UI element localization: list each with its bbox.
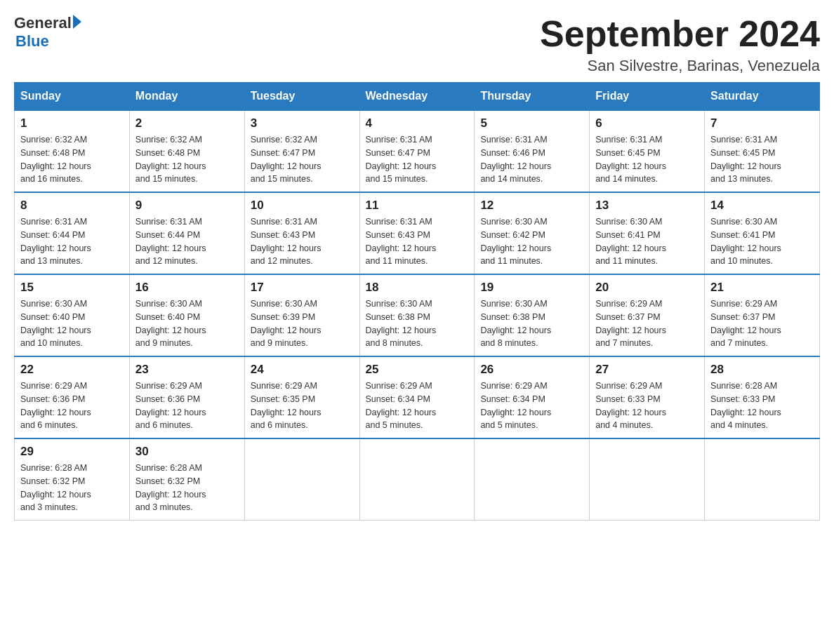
day-info-line: Sunset: 6:33 PM — [710, 394, 775, 404]
calendar-cell-19: 19Sunrise: 6:30 AMSunset: 6:38 PMDayligh… — [475, 274, 590, 356]
calendar-cell-empty — [705, 438, 820, 521]
day-number: 18 — [366, 281, 469, 295]
day-info: Sunrise: 6:29 AMSunset: 6:33 PMDaylight:… — [595, 380, 699, 432]
day-number: 23 — [135, 363, 239, 377]
day-number: 24 — [251, 363, 354, 377]
calendar-cell-7: 7Sunrise: 6:31 AMSunset: 6:45 PMDaylight… — [705, 110, 820, 192]
calendar-cell-14: 14Sunrise: 6:30 AMSunset: 6:41 PMDayligh… — [705, 192, 820, 274]
day-info: Sunrise: 6:29 AMSunset: 6:37 PMDaylight:… — [710, 297, 814, 350]
calendar-cell-13: 13Sunrise: 6:30 AMSunset: 6:41 PMDayligh… — [590, 192, 705, 274]
day-info-line: Sunrise: 6:31 AM — [480, 135, 547, 145]
calendar-cell-empty — [244, 438, 359, 521]
day-info-line: and 4 minutes. — [595, 420, 653, 430]
calendar-cell-empty — [359, 438, 475, 521]
calendar-cell-4: 4Sunrise: 6:31 AMSunset: 6:47 PMDaylight… — [359, 110, 475, 192]
day-info-line: Sunrise: 6:31 AM — [595, 135, 662, 145]
day-info-line: Daylight: 12 hours — [595, 326, 666, 335]
day-info-line: Daylight: 12 hours — [251, 161, 322, 171]
day-info-line: Sunset: 6:40 PM — [135, 312, 200, 322]
day-number: 3 — [251, 116, 354, 130]
day-info-line: Sunset: 6:38 PM — [366, 312, 430, 322]
day-info: Sunrise: 6:31 AMSunset: 6:45 PMDaylight:… — [710, 133, 814, 186]
day-info-line: and 6 minutes. — [135, 420, 193, 430]
day-info-line: Sunset: 6:41 PM — [710, 230, 775, 240]
day-number: 2 — [135, 116, 239, 130]
day-info-line: Sunrise: 6:29 AM — [595, 381, 662, 391]
calendar-cell-22: 22Sunrise: 6:29 AMSunset: 6:36 PMDayligh… — [15, 356, 130, 438]
day-info-line: Sunset: 6:46 PM — [480, 148, 545, 158]
day-info: Sunrise: 6:31 AMSunset: 6:44 PMDaylight:… — [135, 215, 239, 268]
day-number: 5 — [480, 116, 583, 130]
day-info-line: and 7 minutes. — [595, 338, 653, 348]
logo-blue: Blue — [15, 32, 49, 51]
day-info-line: and 11 minutes. — [480, 256, 543, 266]
day-info-line: and 10 minutes. — [20, 338, 83, 348]
calendar-cell-23: 23Sunrise: 6:29 AMSunset: 6:36 PMDayligh… — [129, 356, 244, 438]
day-info-line: Sunrise: 6:32 AM — [251, 135, 317, 145]
day-info: Sunrise: 6:30 AMSunset: 6:38 PMDaylight:… — [366, 297, 469, 350]
day-info-line: Daylight: 12 hours — [710, 161, 781, 171]
logo: General Blue — [14, 14, 81, 51]
day-info: Sunrise: 6:30 AMSunset: 6:38 PMDaylight:… — [480, 297, 583, 350]
day-number: 28 — [710, 363, 814, 377]
day-number: 12 — [480, 199, 583, 213]
day-info-line: Daylight: 12 hours — [251, 408, 322, 417]
day-info-line: Sunrise: 6:29 AM — [366, 381, 432, 391]
calendar-subtitle: San Silvestre, Barinas, Venezuela — [540, 57, 820, 75]
day-info-line: Daylight: 12 hours — [710, 326, 781, 335]
day-info-line: Sunrise: 6:30 AM — [251, 299, 317, 309]
day-info-line: and 12 minutes. — [251, 256, 313, 266]
day-info-line: Sunset: 6:32 PM — [20, 476, 85, 486]
day-info-line: and 8 minutes. — [480, 338, 538, 348]
day-info: Sunrise: 6:32 AMSunset: 6:48 PMDaylight:… — [20, 133, 124, 186]
day-info-line: Sunset: 6:43 PM — [366, 230, 430, 240]
day-info-line: and 11 minutes. — [366, 256, 428, 266]
col-header-saturday: Saturday — [705, 83, 820, 111]
day-number: 20 — [595, 281, 699, 295]
day-info-line: Sunrise: 6:31 AM — [20, 217, 87, 227]
calendar-cell-3: 3Sunrise: 6:32 AMSunset: 6:47 PMDaylight… — [244, 110, 359, 192]
day-info: Sunrise: 6:29 AMSunset: 6:36 PMDaylight:… — [135, 380, 239, 432]
day-info-line: Sunrise: 6:29 AM — [595, 299, 662, 309]
day-info-line: Sunrise: 6:28 AM — [135, 463, 202, 473]
day-info-line: Sunset: 6:47 PM — [251, 148, 315, 158]
col-header-friday: Friday — [590, 83, 705, 111]
day-info-line: Sunset: 6:36 PM — [135, 394, 200, 404]
calendar-cell-25: 25Sunrise: 6:29 AMSunset: 6:34 PMDayligh… — [359, 356, 475, 438]
day-info-line: Sunrise: 6:30 AM — [366, 299, 432, 309]
day-info: Sunrise: 6:31 AMSunset: 6:45 PMDaylight:… — [595, 133, 699, 186]
day-info: Sunrise: 6:28 AMSunset: 6:32 PMDaylight:… — [135, 462, 239, 514]
day-info-line: Daylight: 12 hours — [251, 326, 322, 335]
day-number: 8 — [20, 199, 124, 213]
day-number: 9 — [135, 199, 239, 213]
day-number: 1 — [20, 116, 124, 130]
calendar-cell-18: 18Sunrise: 6:30 AMSunset: 6:38 PMDayligh… — [359, 274, 475, 356]
day-info-line: Daylight: 12 hours — [366, 326, 437, 335]
day-info-line: Sunrise: 6:31 AM — [710, 135, 777, 145]
day-info: Sunrise: 6:29 AMSunset: 6:34 PMDaylight:… — [366, 380, 469, 432]
day-info-line: and 6 minutes. — [251, 420, 308, 430]
day-info-line: Sunset: 6:47 PM — [366, 148, 430, 158]
day-info-line: Daylight: 12 hours — [595, 243, 666, 253]
day-info-line: Sunrise: 6:30 AM — [480, 217, 547, 227]
calendar-cell-28: 28Sunrise: 6:28 AMSunset: 6:33 PMDayligh… — [705, 356, 820, 438]
day-number: 7 — [710, 116, 814, 130]
day-info: Sunrise: 6:30 AMSunset: 6:39 PMDaylight:… — [251, 297, 354, 350]
day-info: Sunrise: 6:30 AMSunset: 6:41 PMDaylight:… — [595, 215, 699, 268]
day-info-line: Sunset: 6:44 PM — [20, 230, 85, 240]
page-header: General Blue September 2024 San Silvestr… — [14, 14, 820, 75]
day-number: 11 — [366, 199, 469, 213]
col-header-sunday: Sunday — [15, 83, 130, 111]
day-info-line: and 5 minutes. — [366, 420, 423, 430]
day-info-line: and 9 minutes. — [135, 338, 193, 348]
day-number: 6 — [595, 116, 699, 130]
day-info-line: Sunset: 6:34 PM — [480, 394, 545, 404]
day-info-line: and 12 minutes. — [135, 256, 198, 266]
day-info-line: Sunrise: 6:29 AM — [480, 381, 547, 391]
day-info-line: Sunset: 6:33 PM — [595, 394, 660, 404]
day-number: 15 — [20, 281, 124, 295]
day-info-line: Sunrise: 6:30 AM — [710, 217, 777, 227]
day-info-line: Sunset: 6:39 PM — [251, 312, 315, 322]
day-info: Sunrise: 6:31 AMSunset: 6:43 PMDaylight:… — [366, 215, 469, 268]
day-number: 21 — [710, 281, 814, 295]
